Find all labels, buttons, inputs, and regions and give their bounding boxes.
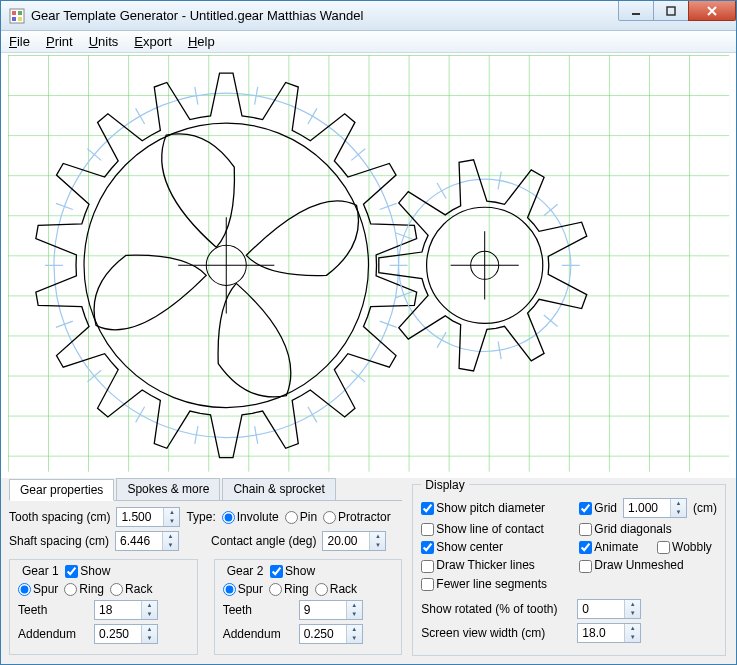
gear1-teeth-spinner[interactable]: ▲▼ bbox=[94, 600, 158, 620]
type-pin-radio[interactable]: Pin bbox=[285, 510, 317, 524]
grid-size-spinner[interactable]: ▲▼ bbox=[623, 498, 687, 518]
gear2-group: Gear 2 Show Spur Ring Rack Teeth ▲▼ Adde… bbox=[214, 559, 403, 656]
spinner-arrows-icon[interactable]: ▲▼ bbox=[624, 600, 640, 618]
shaft-spacing-spinner[interactable]: ▲▼ bbox=[115, 531, 179, 551]
gear2-addendum-label: Addendum bbox=[223, 627, 293, 641]
spinner-arrows-icon[interactable]: ▲▼ bbox=[141, 625, 157, 643]
grid-size-input[interactable] bbox=[624, 499, 670, 517]
titlebar[interactable]: Gear Template Generator - Untitled.gear … bbox=[1, 1, 736, 31]
grid-checkbox[interactable]: Grid bbox=[579, 501, 617, 515]
gear1-legend: Gear 1 bbox=[22, 564, 59, 578]
show-contact-checkbox[interactable]: Show line of contact bbox=[421, 522, 543, 536]
app-window: Gear Template Generator - Untitled.gear … bbox=[0, 0, 737, 665]
tab-gear-properties[interactable]: Gear properties bbox=[9, 479, 114, 501]
gear-properties-panel: Gear properties Spokes & more Chain & sp… bbox=[9, 478, 402, 656]
gear1-teeth-label: Teeth bbox=[18, 603, 88, 617]
svg-rect-2 bbox=[18, 11, 22, 15]
gear1-ring-radio[interactable]: Ring bbox=[64, 582, 104, 596]
screen-width-label: Screen view width (cm) bbox=[421, 626, 571, 640]
gear-canvas[interactable] bbox=[7, 55, 730, 472]
gear1-spur-radio[interactable]: Spur bbox=[18, 582, 58, 596]
screen-width-spinner[interactable]: ▲▼ bbox=[577, 623, 641, 643]
gear2-teeth-spinner[interactable]: ▲▼ bbox=[299, 600, 363, 620]
contact-angle-label: Contact angle (deg) bbox=[211, 534, 316, 548]
gear2-addendum-input[interactable] bbox=[300, 625, 346, 643]
menu-export[interactable]: Export bbox=[134, 34, 172, 49]
screen-width-input[interactable] bbox=[578, 624, 624, 642]
fewer-segments-checkbox[interactable]: Fewer line segments bbox=[421, 577, 547, 591]
spinner-arrows-icon[interactable]: ▲▼ bbox=[624, 624, 640, 642]
tooth-spacing-label: Tooth spacing (cm) bbox=[9, 510, 110, 524]
spinner-arrows-icon[interactable]: ▲▼ bbox=[346, 625, 362, 643]
gear2-rack-radio[interactable]: Rack bbox=[315, 582, 357, 596]
gear2-teeth-input[interactable] bbox=[300, 601, 346, 619]
svg-rect-1 bbox=[12, 11, 16, 15]
app-icon bbox=[9, 8, 25, 24]
wobbly-checkbox[interactable]: Wobbly bbox=[657, 540, 712, 554]
grid-diagonals-checkbox[interactable]: Grid diagonals bbox=[579, 522, 671, 536]
menu-file[interactable]: File bbox=[9, 34, 30, 49]
tooth-spacing-input[interactable] bbox=[117, 508, 163, 526]
menu-bar: File Print Units Export Help bbox=[1, 31, 736, 53]
spinner-arrows-icon[interactable]: ▲▼ bbox=[141, 601, 157, 619]
gear1-rack-radio[interactable]: Rack bbox=[110, 582, 152, 596]
spinner-arrows-icon[interactable]: ▲▼ bbox=[346, 601, 362, 619]
panel-tabs: Gear properties Spokes & more Chain & sp… bbox=[9, 478, 402, 501]
tab-chain[interactable]: Chain & sprocket bbox=[222, 478, 335, 500]
thicker-lines-checkbox[interactable]: Draw Thicker lines bbox=[421, 558, 534, 572]
shaft-spacing-input[interactable] bbox=[116, 532, 162, 550]
gear2-ring-radio[interactable]: Ring bbox=[269, 582, 309, 596]
tab-spokes[interactable]: Spokes & more bbox=[116, 478, 220, 500]
type-protractor-radio[interactable]: Protractor bbox=[323, 510, 391, 524]
spinner-arrows-icon[interactable]: ▲▼ bbox=[670, 499, 686, 517]
show-rotated-spinner[interactable]: ▲▼ bbox=[577, 599, 641, 619]
show-center-checkbox[interactable]: Show center bbox=[421, 540, 503, 554]
animate-checkbox[interactable]: Animate bbox=[579, 540, 638, 554]
gear1-show-checkbox[interactable]: Show bbox=[65, 564, 110, 578]
gear2-show-checkbox[interactable]: Show bbox=[270, 564, 315, 578]
gear1-group: Gear 1 Show Spur Ring Rack Teeth ▲▼ Adde… bbox=[9, 559, 198, 656]
menu-print[interactable]: Print bbox=[46, 34, 73, 49]
window-buttons bbox=[619, 1, 736, 21]
gear1-addendum-label: Addendum bbox=[18, 627, 88, 641]
show-pitch-checkbox[interactable]: Show pitch diameter bbox=[421, 501, 545, 515]
contact-angle-input[interactable] bbox=[323, 532, 369, 550]
gear2-teeth-label: Teeth bbox=[223, 603, 293, 617]
svg-rect-4 bbox=[18, 17, 22, 21]
type-label: Type: bbox=[186, 510, 215, 524]
gear1-teeth-input[interactable] bbox=[95, 601, 141, 619]
svg-rect-3 bbox=[12, 17, 16, 21]
spinner-arrows-icon[interactable]: ▲▼ bbox=[162, 532, 178, 550]
spinner-arrows-icon[interactable]: ▲▼ bbox=[369, 532, 385, 550]
menu-units[interactable]: Units bbox=[89, 34, 119, 49]
grid-unit-label: (cm) bbox=[693, 501, 717, 515]
gear2-addendum-spinner[interactable]: ▲▼ bbox=[299, 624, 363, 644]
display-legend: Display bbox=[421, 478, 468, 492]
spinner-arrows-icon[interactable]: ▲▼ bbox=[163, 508, 179, 526]
minimize-button[interactable] bbox=[618, 1, 654, 21]
gear1-addendum-input[interactable] bbox=[95, 625, 141, 643]
gear2-legend: Gear 2 bbox=[227, 564, 264, 578]
tooth-spacing-spinner[interactable]: ▲▼ bbox=[116, 507, 180, 527]
svg-rect-6 bbox=[667, 7, 675, 15]
gear1-addendum-spinner[interactable]: ▲▼ bbox=[94, 624, 158, 644]
menu-help[interactable]: Help bbox=[188, 34, 215, 49]
maximize-button[interactable] bbox=[653, 1, 689, 21]
type-involute-radio[interactable]: Involute bbox=[222, 510, 279, 524]
show-rotated-label: Show rotated (% of tooth) bbox=[421, 602, 571, 616]
gear2-spur-radio[interactable]: Spur bbox=[223, 582, 263, 596]
show-rotated-input[interactable] bbox=[578, 600, 624, 618]
display-panel: Display Show pitch diameter Grid ▲▼ (cm)… bbox=[412, 478, 726, 656]
draw-unmeshed-checkbox[interactable]: Draw Unmeshed bbox=[579, 558, 683, 572]
shaft-spacing-label: Shaft spacing (cm) bbox=[9, 534, 109, 548]
contact-angle-spinner[interactable]: ▲▼ bbox=[322, 531, 386, 551]
close-button[interactable] bbox=[688, 1, 736, 21]
control-panels: Gear properties Spokes & more Chain & sp… bbox=[1, 478, 736, 664]
